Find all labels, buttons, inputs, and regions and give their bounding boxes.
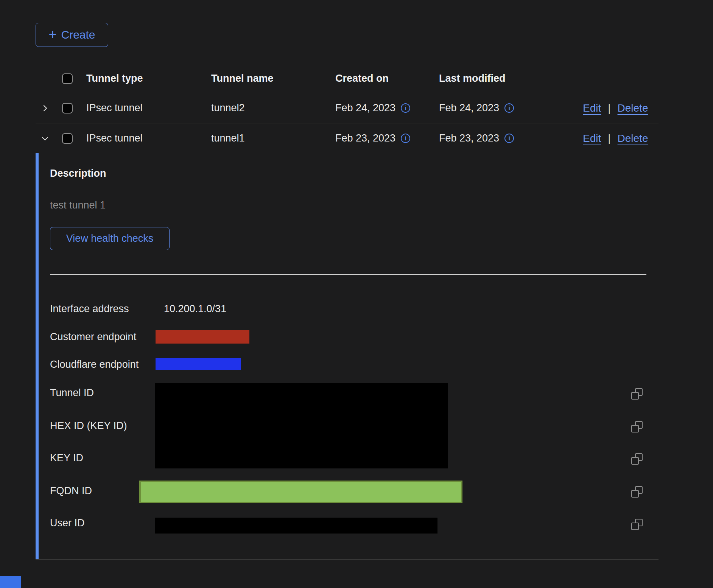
header-last-modified: Last modified xyxy=(439,73,583,84)
actions-separator: | xyxy=(608,132,610,145)
corner-blue-block xyxy=(0,576,21,588)
fqdn-id-redaction-block xyxy=(139,481,462,503)
edit-link[interactable]: Edit xyxy=(583,132,601,145)
delete-link[interactable]: Delete xyxy=(618,102,648,114)
delete-link[interactable]: Delete xyxy=(618,132,648,145)
copy-icon[interactable] xyxy=(631,453,643,465)
section-divider xyxy=(50,274,646,275)
tunnel-type-cell: IPsec tunnel xyxy=(86,102,211,114)
key-id-label: KEY ID xyxy=(50,452,83,464)
header-tunnel-type: Tunnel type xyxy=(86,73,211,84)
table-row: IPsec tunnel tunnel2 Feb 24, 2023 i Feb … xyxy=(36,93,659,123)
select-all-checkbox[interactable] xyxy=(62,73,73,84)
interface-address-value: 10.200.1.0/31 xyxy=(164,303,226,315)
copy-icon[interactable] xyxy=(631,388,643,400)
row-checkbox[interactable] xyxy=(62,133,73,144)
info-icon[interactable]: i xyxy=(401,103,410,113)
view-health-checks-button[interactable]: View health checks xyxy=(50,227,170,250)
tunnel-type-cell: IPsec tunnel xyxy=(86,132,211,144)
chevron-right-icon[interactable] xyxy=(39,103,51,114)
chevron-down-icon[interactable] xyxy=(39,133,51,144)
description-label: Description xyxy=(50,167,106,179)
plus-icon: + xyxy=(48,28,56,41)
create-button-label: Create xyxy=(61,28,95,41)
table-header-row: Tunnel type Tunnel name Created on Last … xyxy=(36,64,659,93)
table-row: IPsec tunnel tunnel1 Feb 23, 2023 i Feb … xyxy=(36,123,659,153)
customer-endpoint-label: Customer endpoint xyxy=(50,331,136,343)
create-button[interactable]: + Create xyxy=(36,23,108,47)
copy-icon[interactable] xyxy=(631,486,643,498)
row-checkbox[interactable] xyxy=(62,103,73,114)
info-icon[interactable]: i xyxy=(504,103,514,113)
edit-link[interactable]: Edit xyxy=(583,102,601,114)
tunnel-name-cell: tunnel1 xyxy=(211,132,335,144)
last-modified-cell: Feb 23, 2023 xyxy=(439,132,499,144)
copy-icon[interactable] xyxy=(631,421,643,432)
info-icon[interactable]: i xyxy=(401,134,410,143)
tunnel-id-label: Tunnel ID xyxy=(50,387,94,399)
tunnel-name-cell: tunnel2 xyxy=(211,102,335,114)
user-id-redaction-block xyxy=(155,518,437,534)
last-modified-cell: Feb 24, 2023 xyxy=(439,102,499,114)
description-value: test tunnel 1 xyxy=(50,199,106,211)
actions-separator: | xyxy=(608,102,610,114)
interface-address-label: Interface address xyxy=(50,303,129,315)
ipsec-tunnels-page: + Create Tunnel type Tunnel name Created… xyxy=(0,0,713,588)
header-tunnel-name: Tunnel name xyxy=(211,73,335,84)
hex-id-label: HEX ID (KEY ID) xyxy=(50,420,127,432)
user-id-label: User ID xyxy=(50,517,85,529)
copy-icon[interactable] xyxy=(631,519,643,530)
fqdn-id-label: FQDN ID xyxy=(50,485,92,497)
header-created-on: Created on xyxy=(335,73,439,84)
tunnel-details-panel: Description test tunnel 1 View health ch… xyxy=(36,153,659,559)
customer-endpoint-redaction-block xyxy=(156,330,249,344)
cloudflare-endpoint-label: Cloudflare endpoint xyxy=(50,358,139,370)
created-on-cell: Feb 24, 2023 xyxy=(335,102,395,114)
cloudflare-endpoint-redaction-block xyxy=(156,358,241,370)
created-on-cell: Feb 23, 2023 xyxy=(335,132,395,144)
info-icon[interactable]: i xyxy=(504,134,514,143)
panel-bottom-border xyxy=(36,559,659,560)
ids-redaction-block xyxy=(155,383,448,468)
